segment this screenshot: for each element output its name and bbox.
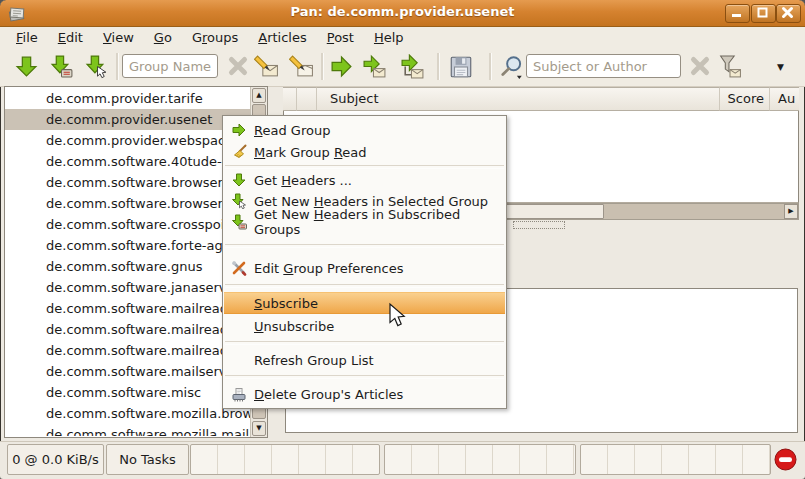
menu-separator — [225, 341, 504, 345]
group-name-input[interactable] — [122, 54, 218, 78]
filter-icon[interactable] — [717, 54, 743, 79]
search-input[interactable] — [526, 54, 681, 78]
post-article-icon[interactable] — [254, 54, 280, 79]
group-row[interactable]: de.comm.software.browser. — [5, 193, 251, 214]
search-options-icon[interactable] — [499, 54, 525, 79]
group-row[interactable]: de.comm.software.browser. — [5, 172, 251, 193]
save-articles-icon[interactable] — [448, 54, 474, 79]
menu-refresh-group-list[interactable]: Refresh Group List — [224, 349, 505, 371]
menu-articles[interactable]: Articles — [248, 29, 317, 46]
group-row[interactable]: de.comm.software.mailreader — [5, 319, 251, 340]
menu-separator — [225, 375, 504, 379]
toolbar-separator — [437, 53, 440, 80]
close-button[interactable] — [776, 4, 801, 23]
menu-edit[interactable]: Edit — [48, 29, 93, 46]
next-unread-article-icon[interactable] — [361, 54, 387, 79]
menu-delete-group-articles[interactable]: Delete Group's Articles — [224, 383, 505, 405]
tools-icon — [231, 260, 247, 276]
scroll-right-icon[interactable]: ▶ — [784, 204, 798, 219]
toolbar-overflow-icon[interactable]: ▼ — [777, 62, 784, 72]
scroll-down-icon[interactable]: ▼ — [252, 421, 266, 436]
offline-status-icon[interactable] — [774, 448, 797, 471]
get-new-headers-selected-icon — [231, 193, 247, 209]
get-new-headers-selected-icon[interactable] — [84, 54, 110, 79]
titlebar[interactable]: Pan: de.comm.provider.usenet — [0, 0, 805, 27]
group-row[interactable]: de.comm.software.40tude-dialog — [5, 151, 251, 172]
focus-indicator — [513, 221, 565, 229]
statusbar: 0 @ 0.0 KiB/s No Tasks — [0, 441, 805, 479]
minimize-button[interactable] — [725, 4, 750, 23]
connection-meter — [580, 444, 771, 475]
group-context-menu: Read Group Mark Group Read Get Headers .… — [222, 115, 507, 409]
group-row-selected[interactable]: de.comm.provider.usenet — [5, 109, 251, 130]
group-row[interactable]: de.comm.software.mozilla.browser — [5, 403, 251, 424]
menu-post[interactable]: Post — [317, 29, 364, 46]
get-headers-icon — [231, 172, 247, 188]
menu-file[interactable]: File — [6, 29, 48, 46]
menu-separator — [225, 244, 504, 248]
connection-meter — [384, 444, 576, 475]
group-row[interactable]: de.comm.software.gnus — [5, 256, 251, 277]
clear-group-filter-icon — [226, 54, 252, 79]
read-selected-group-icon[interactable] — [329, 54, 355, 79]
article-column-headers: Subject Score Au — [283, 87, 799, 111]
column-header-subject[interactable]: Subject — [317, 87, 720, 111]
followup-article-icon[interactable] — [289, 54, 315, 79]
menu-groups[interactable]: Groups — [182, 29, 248, 46]
menu-separator — [225, 284, 504, 288]
column-header-read[interactable] — [297, 87, 317, 111]
clear-search-icon — [688, 54, 714, 79]
toolbar-separator — [489, 53, 492, 80]
column-header-author[interactable]: Au — [770, 87, 799, 111]
next-unread-thread-icon[interactable] — [399, 54, 425, 79]
group-row[interactable]: de.comm.provider.tarife — [5, 88, 251, 109]
group-row[interactable]: de.comm.software.mozilla.mailnews — [5, 424, 251, 436]
group-row[interactable]: de.comm.software.crosspoint — [5, 214, 251, 235]
window-title: Pan: de.comm.provider.usenet — [0, 4, 805, 19]
toolbar: ▼ — [0, 47, 805, 87]
get-new-headers-subscribed-icon — [231, 214, 247, 230]
group-row[interactable]: de.comm.software.mailreader — [5, 340, 251, 361]
group-row[interactable]: de.comm.provider.webspace — [5, 130, 251, 151]
task-status[interactable]: No Tasks — [106, 444, 189, 475]
connection-speed: 0 @ 0.0 KiB/s — [7, 444, 104, 475]
connection-meter — [190, 444, 380, 475]
menu-subscribe[interactable]: Subscribe — [224, 292, 505, 314]
menu-help[interactable]: Help — [364, 29, 414, 46]
group-row[interactable]: de.comm.software.forte-agent — [5, 235, 251, 256]
group-list: de.comm.provider.tarife de.comm.provider… — [5, 88, 251, 436]
get-headers-icon[interactable] — [14, 54, 40, 79]
toolbar-separator — [321, 53, 324, 80]
toolbar-separator — [116, 53, 119, 80]
menu-go[interactable]: Go — [144, 29, 182, 46]
menubar: File Edit View Go Groups Articles Post H… — [0, 27, 805, 47]
menu-edit-group-preferences[interactable]: Edit Group Preferences — [224, 257, 505, 279]
scroll-up-icon[interactable]: ▲ — [252, 88, 266, 103]
read-group-icon — [231, 122, 247, 138]
broom-icon — [231, 144, 247, 160]
menu-read-group[interactable]: Read Group — [224, 119, 505, 141]
shredder-icon — [231, 386, 247, 402]
group-row[interactable]: de.comm.software.misc — [5, 382, 251, 403]
menu-get-headers[interactable]: Get Headers ... — [224, 169, 505, 191]
column-header-score[interactable]: Score — [720, 87, 770, 111]
get-new-headers-subscribed-icon[interactable] — [49, 54, 75, 79]
group-row[interactable]: de.comm.software.janaserver — [5, 277, 251, 298]
menu-mark-group-read[interactable]: Mark Group Read — [224, 141, 505, 163]
column-header-state[interactable] — [283, 87, 297, 111]
group-row[interactable]: de.comm.software.mailserver — [5, 361, 251, 382]
menu-get-new-headers-subscribed[interactable]: Get New Headers in Subscribed Groups — [224, 211, 505, 233]
mouse-cursor — [385, 302, 407, 334]
menu-unsubscribe[interactable]: Unsubscribe — [224, 315, 505, 337]
maximize-button[interactable] — [751, 4, 776, 23]
pan-window: Pan: de.comm.provider.usenet File Edit V… — [0, 0, 805, 479]
menu-view[interactable]: View — [93, 29, 144, 46]
group-row[interactable]: de.comm.software.mailreader — [5, 298, 251, 319]
